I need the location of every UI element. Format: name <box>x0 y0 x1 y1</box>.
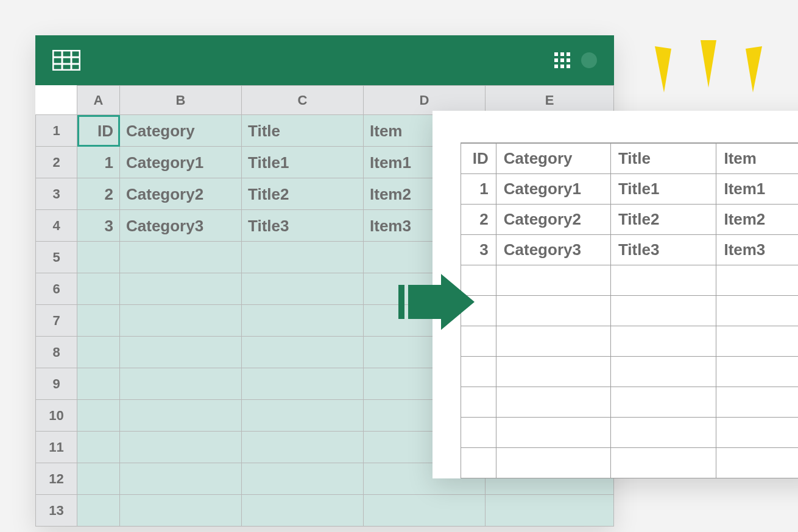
svg-rect-13 <box>567 58 570 62</box>
cell-A1[interactable]: ID <box>77 115 120 147</box>
out-cell-empty <box>496 417 610 447</box>
cell-A11[interactable] <box>77 432 120 463</box>
out-cell: Category2 <box>496 204 610 234</box>
cell-A13[interactable] <box>77 495 120 527</box>
cell-B3[interactable]: Category2 <box>120 178 242 210</box>
cell-B2[interactable]: Category1 <box>120 147 242 178</box>
out-cell-empty <box>496 387 610 417</box>
cell-C6[interactable] <box>242 273 364 305</box>
out-cell: Category1 <box>496 173 610 204</box>
cell-A8[interactable] <box>77 337 120 368</box>
out-cell-empty <box>610 387 716 417</box>
row-header[interactable]: 7 <box>36 305 77 337</box>
out-cell-empty <box>716 356 798 387</box>
cell-C1[interactable]: Title <box>242 115 364 147</box>
cell-A6[interactable] <box>77 273 120 305</box>
row-header[interactable]: 2 <box>36 147 77 178</box>
out-cell-empty <box>496 356 610 387</box>
cell-C5[interactable] <box>242 242 364 273</box>
row-header[interactable]: 13 <box>36 495 77 527</box>
cell-B5[interactable] <box>120 242 242 273</box>
apps-grid-icon[interactable] <box>554 52 570 68</box>
svg-rect-11 <box>554 58 558 62</box>
out-header-category: Category <box>496 143 610 173</box>
svg-marker-19 <box>441 274 475 330</box>
out-cell: Category3 <box>496 234 610 265</box>
out-cell-empty <box>716 326 798 356</box>
out-cell-empty <box>496 447 610 478</box>
row-header[interactable]: 4 <box>36 210 77 242</box>
select-all-corner[interactable] <box>36 86 77 115</box>
cell-C2[interactable]: Title1 <box>242 147 364 178</box>
out-cell: 1 <box>461 173 496 204</box>
cell-C13[interactable] <box>242 495 364 527</box>
cell-C7[interactable] <box>242 305 364 337</box>
col-header-C[interactable]: C <box>242 86 364 115</box>
conversion-arrow-icon <box>398 274 478 335</box>
out-cell-empty <box>716 295 798 326</box>
svg-marker-0 <box>655 46 671 93</box>
row-header[interactable]: 3 <box>36 178 77 210</box>
row-header[interactable]: 12 <box>36 463 77 495</box>
row-header[interactable]: 8 <box>36 337 77 368</box>
cell-C10[interactable] <box>242 400 364 432</box>
account-avatar[interactable] <box>581 52 597 68</box>
cell-B4[interactable]: Category3 <box>120 210 242 242</box>
cell-A2[interactable]: 1 <box>77 147 120 178</box>
svg-rect-8 <box>554 52 558 56</box>
row-header[interactable]: 6 <box>36 273 77 305</box>
cell-B1[interactable]: Category <box>120 115 242 147</box>
cell-B6[interactable] <box>120 273 242 305</box>
row-header[interactable]: 9 <box>36 368 77 400</box>
cell-A7[interactable] <box>77 305 120 337</box>
cell-C11[interactable] <box>242 432 364 463</box>
out-cell-empty <box>496 265 610 295</box>
cell-A3[interactable]: 2 <box>77 178 120 210</box>
cell-A10[interactable] <box>77 400 120 432</box>
col-header-A[interactable]: A <box>77 86 120 115</box>
svg-rect-15 <box>560 65 564 68</box>
out-cell-empty <box>610 447 716 478</box>
cell-B12[interactable] <box>120 463 242 495</box>
cell-B8[interactable] <box>120 337 242 368</box>
out-cell: Title1 <box>610 173 716 204</box>
cell-C8[interactable] <box>242 337 364 368</box>
out-header-id: ID <box>461 143 496 173</box>
cell-B13[interactable] <box>120 495 242 527</box>
out-cell-empty <box>461 387 496 417</box>
cell-A4[interactable]: 3 <box>77 210 120 242</box>
cell-A5[interactable] <box>77 242 120 273</box>
out-header-item: Item <box>716 143 798 173</box>
cell-D13[interactable] <box>364 495 486 527</box>
out-cell-empty <box>461 417 496 447</box>
cell-A12[interactable] <box>77 463 120 495</box>
spreadsheet-icon <box>52 50 80 71</box>
row-header[interactable]: 11 <box>36 432 77 463</box>
out-cell-empty <box>610 356 716 387</box>
cell-A9[interactable] <box>77 368 120 400</box>
out-cell-empty <box>716 447 798 478</box>
cell-E13[interactable] <box>486 495 614 527</box>
out-cell: Title2 <box>610 204 716 234</box>
out-cell-empty <box>496 295 610 326</box>
row-header[interactable]: 10 <box>36 400 77 432</box>
out-cell: Title3 <box>610 234 716 265</box>
col-header-B[interactable]: B <box>120 86 242 115</box>
cell-C9[interactable] <box>242 368 364 400</box>
row-header[interactable]: 1 <box>36 115 77 147</box>
cell-B7[interactable] <box>120 305 242 337</box>
row-header[interactable]: 5 <box>36 242 77 273</box>
cell-B11[interactable] <box>120 432 242 463</box>
svg-rect-16 <box>567 65 570 68</box>
svg-rect-9 <box>560 52 564 56</box>
cell-C3[interactable]: Title2 <box>242 178 364 210</box>
spreadsheet-titlebar <box>35 35 614 85</box>
cell-B10[interactable] <box>120 400 242 432</box>
out-cell-empty <box>461 356 496 387</box>
out-cell: Item3 <box>716 234 798 265</box>
out-cell-empty <box>716 417 798 447</box>
svg-rect-10 <box>567 52 570 56</box>
cell-C4[interactable]: Title3 <box>242 210 364 242</box>
cell-C12[interactable] <box>242 463 364 495</box>
cell-B9[interactable] <box>120 368 242 400</box>
